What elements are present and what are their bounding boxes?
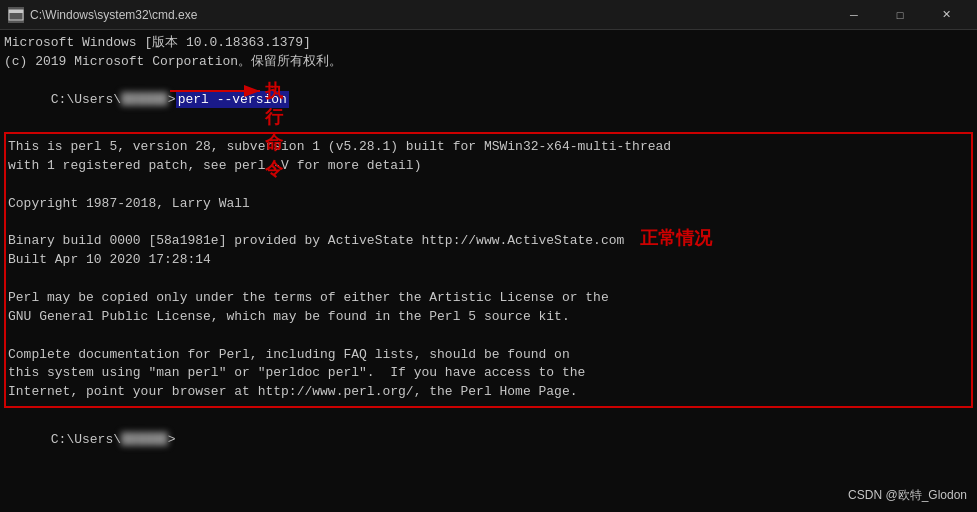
- output-line-4: [8, 214, 969, 233]
- final-prompt-end: >: [168, 432, 176, 447]
- maximize-button[interactable]: □: [877, 0, 923, 30]
- username-blurred: ██████: [121, 91, 168, 110]
- window-title: C:\Windows\system32\cmd.exe: [30, 8, 831, 22]
- titlebar: C:\Windows\system32\cmd.exe ─ □ ✕: [0, 0, 977, 30]
- output-line-5: Binary build 0000 [58a1981e] provided by…: [8, 232, 969, 251]
- output-line-12: this system using "man perl" or "perldoc…: [8, 364, 969, 383]
- prompt-text: C:\Users\: [51, 92, 121, 107]
- final-username-blurred: ██████: [121, 431, 168, 450]
- command-text: perl --version: [176, 91, 289, 108]
- final-prompt-text: C:\Users\: [51, 432, 121, 447]
- output-line-8: Perl may be copied only under the terms …: [8, 289, 969, 308]
- minimize-button[interactable]: ─: [831, 0, 877, 30]
- output-line-2: [8, 176, 969, 195]
- output-box: This is perl 5, version 28, subversion 1…: [4, 132, 973, 408]
- output-line-1: with 1 registered patch, see perl -V for…: [8, 157, 969, 176]
- close-button[interactable]: ✕: [923, 0, 969, 30]
- cmd-window: C:\Windows\system32\cmd.exe ─ □ ✕ Micros…: [0, 0, 977, 512]
- prompt-arrow: >: [168, 92, 176, 107]
- console-line-2: (c) 2019 Microsoft Corporation。保留所有权利。: [4, 53, 973, 72]
- output-line-11: Complete documentation for Perl, includi…: [8, 346, 969, 365]
- output-line-6: Built Apr 10 2020 17:28:14: [8, 251, 969, 270]
- watermark: CSDN @欧特_Glodon: [848, 487, 967, 504]
- output-line-9: GNU General Public License, which may be…: [8, 308, 969, 327]
- normal-annotation: 正常情况: [640, 225, 712, 251]
- output-line-7: [8, 270, 969, 289]
- output-line-10: [8, 327, 969, 346]
- output-line-0: This is perl 5, version 28, subversion 1…: [8, 138, 969, 157]
- output-line-13: Internet, point your browser at http://w…: [8, 383, 969, 402]
- final-prompt: C:\Users\██████>: [4, 412, 973, 469]
- output-line-3: Copyright 1987-2018, Larry Wall: [8, 195, 969, 214]
- console-area: Microsoft Windows [版本 10.0.18363.1379] (…: [0, 30, 977, 512]
- window-controls: ─ □ ✕: [831, 0, 969, 30]
- normal-label: 正常情况: [640, 228, 712, 248]
- svg-rect-1: [9, 10, 23, 13]
- console-line-1: Microsoft Windows [版本 10.0.18363.1379]: [4, 34, 973, 53]
- console-prompt-line: C:\Users\██████>perl --version: [4, 72, 973, 129]
- window-icon: [8, 7, 24, 23]
